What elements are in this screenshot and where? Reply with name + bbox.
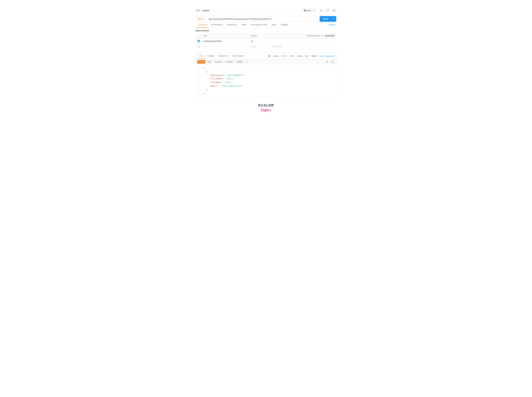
request-tabs: Params Authorization Headers (6) Body Pr… [196,22,290,28]
resp-tab-headers[interactable]: Headers (5) [216,53,231,59]
method-select[interactable]: GET ▾ [196,16,207,22]
response-tabs-row: Body Cookies Headers (5) Test Results 🌐 … [196,53,336,59]
send-dropdown-icon[interactable]: ▾ [331,16,336,22]
json-line-1: 1 [ [196,67,336,70]
copy-response-icon[interactable]: ⧉ [325,60,329,64]
logo-topics: Topics [261,108,271,112]
format-type-label: JSON [237,61,242,63]
json-line-3: 3 "employeeId": "EMP-10000497", [196,74,336,77]
json-line-6: 6 "email": "tony.s@gmail.com" [196,84,336,88]
json-line-7: 7 } [196,88,336,92]
param-row-new-key[interactable]: Key [202,44,249,49]
logo-scaler: SCALER [258,103,274,107]
th-value: VALUE [249,33,270,39]
json-line-8: 8 ] [196,92,336,95]
query-params-title: Query Params [196,28,336,33]
breadcrumb-parent: EMS [196,9,200,12]
title-bar: EMS / Search 💾 Save ▾ ••• ✎ ⧉ [196,6,336,15]
tab-tests[interactable]: Tests [269,22,278,28]
tab-headers[interactable]: Headers (6) [225,22,240,28]
format-visualize-button[interactable]: Visualize [224,60,234,64]
response-status-bar: 🌐 Status: 200 OK Time: 29 ms Size: 260 B… [268,55,335,57]
breadcrumb-current: Search [203,9,209,12]
method-dropdown-icon: ▾ [203,18,204,20]
size-label: Size: [305,55,309,57]
param-row-new-value[interactable]: Value [249,44,270,49]
send-button[interactable]: Send ▾ [320,16,336,22]
param-row-1-value[interactable]: To [249,39,270,44]
json-content: 1 [ 2 { 3 "employeeId": "EMP-10000497", … [196,65,336,97]
wrap-button[interactable]: ⇌ [245,60,250,64]
more-button[interactable]: ••• [318,8,324,13]
method-label: GET [198,18,202,20]
format-buttons: Pretty Raw Preview Visualize JSON ▾ ⇌ [197,60,250,64]
resp-tab-body[interactable]: Body [197,53,205,59]
param-row-new-checkbox[interactable] [198,45,200,47]
params-table: KEY VALUE DESCRIPTION ••• Bulk Edit firs… [196,33,336,49]
search-response-icon[interactable]: 🔍 [330,60,335,64]
status-label: Status: [273,55,279,57]
url-input[interactable] [207,16,320,22]
status-value: 200 OK [281,55,288,57]
param-row-1: firstNameStartsWith To [196,39,336,44]
json-line-5: 5 "lastName": "stark", [196,81,336,84]
format-type-select[interactable]: JSON ▾ [235,60,245,64]
format-raw-button[interactable]: Raw [206,60,213,64]
save-button[interactable]: 💾 Save ▾ [302,8,317,13]
th-description: DESCRIPTION ••• Bulk Edit [270,33,336,39]
tab-authorization[interactable]: Authorization [209,22,225,28]
save-response-label: Save Response [319,55,333,57]
cookies-link[interactable]: Cookies [328,24,335,26]
th-key: KEY [202,33,249,39]
param-row-1-checkbox-cell [196,39,202,44]
tab-prerequest[interactable]: Pre-request Script [249,22,269,28]
time-value: 29 ms [297,55,302,57]
copy-button[interactable]: ⧉ [332,8,336,13]
json-line-2: 2 { [196,70,336,74]
tab-settings[interactable]: Settings [279,22,290,28]
url-bar: GET ▾ Send ▾ [196,16,336,22]
breadcrumb-separator: / [201,9,202,12]
param-row-new-description[interactable]: Description [270,44,336,49]
edit-button[interactable]: ✎ [325,8,330,12]
param-row-1-key[interactable]: firstNameStartsWith [202,39,249,44]
param-row-new-checkbox-cell [196,44,202,49]
save-label: Save [307,9,311,12]
logo-footer: SCALER Topics [196,103,336,112]
title-actions: 💾 Save ▾ ••• ✎ ⧉ [302,8,336,13]
th-checkbox [196,33,202,39]
params-dot [205,24,206,25]
breadcrumb: EMS / Search [196,9,209,12]
send-label: Send [320,16,331,22]
save-response-button[interactable]: Save Response ▾ [319,55,335,57]
format-type-dropdown-icon: ▾ [242,61,243,63]
resp-tab-cookies[interactable]: Cookies [205,53,216,59]
save-icon: 💾 [304,9,306,12]
request-tabs-row: Params Authorization Headers (6) Body Pr… [196,22,336,28]
format-right-actions: ⧉ 🔍 [325,60,335,64]
response-container: Body Cookies Headers (5) Test Results 🌐 … [196,53,336,97]
param-row-new: Key Value Description [196,44,336,49]
tab-params[interactable]: Params [196,22,209,28]
json-line-4: 4 "firstName": "tony", [196,77,336,81]
globe-icon: 🌐 [268,55,270,57]
bulk-edit-button[interactable]: Bulk Edit [325,35,334,37]
param-row-1-checkbox[interactable] [198,40,200,42]
response-tabs: Body Cookies Headers (5) Test Results [197,53,246,59]
format-bar: Pretty Raw Preview Visualize JSON ▾ ⇌ ⧉ … [196,59,336,65]
size-value: 260 B [311,55,316,57]
time-label: Time: [290,55,295,57]
format-pretty-button[interactable]: Pretty [197,60,205,64]
cookies-link-container: Cookies [328,24,336,26]
tab-body[interactable]: Body [240,22,249,28]
param-row-1-description[interactable] [270,39,336,44]
format-preview-button[interactable]: Preview [213,60,223,64]
save-dropdown-icon[interactable]: ▾ [313,9,315,12]
resp-tab-test-results[interactable]: Test Results [231,53,246,59]
main-container: EMS / Search 💾 Save ▾ ••• ✎ ⧉ GET ▾ Send… [196,6,336,112]
params-more-icon[interactable]: ••• [321,34,324,37]
save-response-dropdown-icon: ▾ [334,55,335,57]
